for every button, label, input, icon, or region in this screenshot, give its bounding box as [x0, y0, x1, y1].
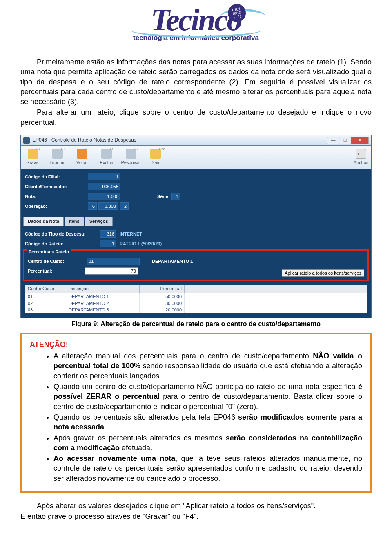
operacao-field-2[interactable]: 1.303	[98, 202, 118, 210]
window-minimize-button[interactable]: —	[327, 137, 339, 144]
figure-caption: Figura 9: Alteração de percentual de rat…	[20, 320, 372, 329]
list-item: Quando os percentuais são alterados pela…	[53, 412, 362, 432]
window-close-button[interactable]: ✕	[351, 137, 369, 144]
centro-custo-label: Centro de Custo:	[28, 258, 85, 265]
tab-strip: Dados da Nota Itens Serviços	[21, 215, 371, 226]
intro-paragraph-2: Para alterar um rateio, clique sobre o c…	[20, 107, 372, 127]
codigo-rateio-desc: RATEIO 1 (50/30/20)	[120, 241, 162, 247]
toolbar-gravar-button[interactable]: Gravar	[21, 146, 45, 169]
centro-custo-field[interactable]: 01	[87, 258, 140, 265]
nota-label: Nota:	[25, 193, 86, 200]
tipo-despesa-field[interactable]: 316	[100, 230, 116, 238]
percentuais-rateio-group: Percentuais Rateio Centro de Custo: 01 D…	[23, 249, 369, 281]
form-header: Código da Filial: 1 Cliente/Fornecedor: …	[21, 169, 371, 215]
window-maximize-button[interactable]: □	[339, 137, 351, 144]
percentual-label: Percentual:	[28, 268, 85, 274]
grid-header-descricao[interactable]: Descrição	[66, 285, 140, 293]
serie-field[interactable]: 1	[172, 193, 180, 200]
nota-field[interactable]: 1.000	[88, 193, 120, 200]
toolbar-pesquisar-button[interactable]: Pesquisar	[119, 146, 143, 169]
intro-paragraph-1: Primeiramente estão as informações das n…	[20, 57, 372, 107]
tipo-despesa-desc: INTERNET	[120, 231, 142, 237]
operacao-field-1[interactable]: 6	[88, 202, 97, 210]
table-row[interactable]: 03DEPARTAMENTO 320,0000	[25, 307, 367, 313]
percentual-field[interactable]: 70	[85, 267, 138, 275]
operacao-label: Operação:	[25, 203, 86, 209]
attention-title: ATENÇÃO!	[30, 340, 362, 349]
table-row[interactable]: 02DEPARTAMENTO 230,0000	[25, 300, 367, 307]
list-item: Quando um centro de custo/departamento N…	[53, 382, 362, 411]
tab-dados-da-nota[interactable]: Dados da Nota	[23, 217, 64, 226]
footer-paragraph-2: E então grave o processo através de "Gra…	[20, 511, 372, 521]
app-icon	[23, 137, 30, 144]
cliente-field[interactable]: 906.055	[88, 183, 120, 190]
attention-box: ATENÇÃO! A alteração manual dos percentu…	[20, 333, 372, 493]
list-item: Ao acessar novamente uma nota, que já te…	[53, 454, 362, 483]
percentuais-legend: Percentuais Rateio	[27, 249, 71, 255]
aplicar-rateio-button[interactable]: Aplicar rateio a todos os itens/serviços	[282, 269, 364, 277]
operacao-field-3[interactable]: 2	[120, 202, 129, 210]
tab-pane-dados: Código do Tipo de Despesa: 316 INTERNET …	[21, 226, 371, 318]
tipo-despesa-label: Código do Tipo de Despesa:	[25, 231, 98, 237]
rateio-grid: Centro Custo Descrição Percentual 01DEPA…	[25, 285, 367, 313]
list-item: A alteração manual dos percentuais para …	[53, 351, 362, 381]
window-title: EP046 - Controle de Rateio Notas de Desp…	[32, 137, 327, 143]
list-item: Após gravar os percentuais alterados os …	[53, 433, 362, 453]
serie-label: Série:	[157, 193, 170, 200]
logo: 010100101011 Tecinco tecnologia em infor…	[20, 0, 372, 57]
cliente-label: Cliente/Fornecedor:	[25, 184, 86, 190]
toolbar-imprimir-button[interactable]: Imprimir	[45, 146, 70, 169]
atalhos-icon: F11	[356, 149, 366, 159]
codigo-rateio-field[interactable]: 1	[100, 240, 116, 247]
attention-list: A alteração manual dos percentuais para …	[30, 351, 362, 483]
filial-field[interactable]: 1	[88, 173, 120, 180]
tab-itens[interactable]: Itens	[65, 217, 84, 226]
tab-servicos[interactable]: Serviços	[85, 217, 113, 226]
footer-paragraph-1: Após alterar os valores desejados clique…	[20, 501, 372, 511]
toolbar-atalhos-button[interactable]: F11Atalhos	[351, 146, 371, 169]
centro-custo-desc: DEPARTAMENTO 1	[152, 258, 193, 265]
toolbar-voltar-button[interactable]: Voltar	[70, 146, 94, 169]
table-row[interactable]: 01DEPARTAMENTO 150,0000	[25, 293, 367, 300]
codigo-rateio-label: Código do Rateio:	[25, 241, 98, 247]
toolbar-excluir-button[interactable]: Excluir	[94, 146, 119, 169]
filial-label: Código da Filial:	[25, 174, 86, 180]
grid-header-centro[interactable]: Centro Custo	[25, 285, 66, 293]
grid-header-percentual[interactable]: Percentual	[140, 285, 185, 293]
window-titlebar: EP046 - Controle de Rateio Notas de Desp…	[21, 135, 371, 146]
window-ep046: EP046 - Controle de Rateio Notas de Desp…	[20, 135, 372, 318]
toolbar: F4GravarF7ImprimirF6VoltarF5ExcluirF2Pes…	[21, 146, 371, 169]
